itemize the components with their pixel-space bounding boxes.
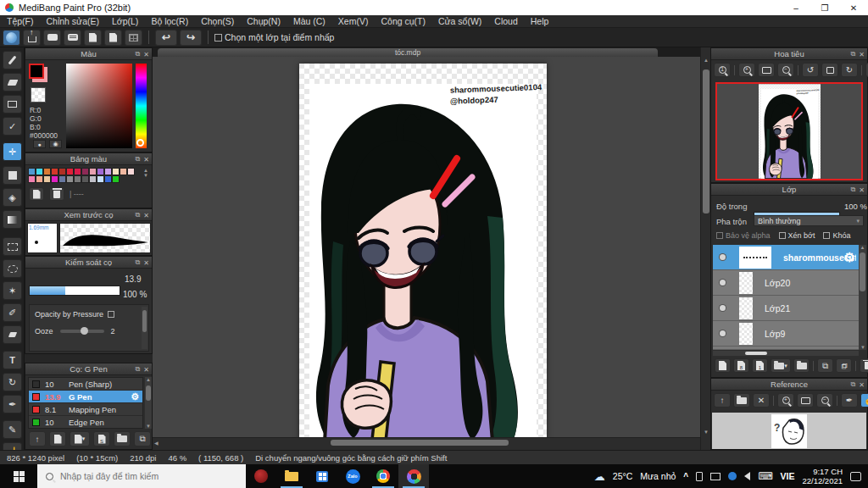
color-picker-button[interactable]: ◉ <box>49 140 62 148</box>
brush-row-selected[interactable]: 13.9 G Pen ⚙ <box>29 391 142 403</box>
layer-row-partial[interactable] <box>713 347 859 350</box>
rotate-view-tool[interactable]: ↻ <box>3 373 22 391</box>
brush-row[interactable]: 10 Edge Pen <box>29 416 142 429</box>
search-input[interactable] <box>60 471 221 481</box>
menu-help[interactable]: Help <box>531 16 549 26</box>
reference-view[interactable] <box>712 413 866 449</box>
snap-tool[interactable]: ✒ <box>3 395 22 413</box>
rotate-left-button[interactable]: ↺ <box>802 63 819 77</box>
palette-swatch[interactable] <box>58 175 66 183</box>
popout-icon[interactable]: ⧉ <box>136 211 141 219</box>
menu-cloud[interactable]: Cloud <box>494 16 517 26</box>
undo-button[interactable]: ↩ <box>155 30 177 46</box>
document-settings-button[interactable] <box>104 30 122 46</box>
new-1bit-layer-button[interactable]: 1 <box>752 358 768 373</box>
blend-dropdown[interactable]: Bình thường ▾ <box>754 215 864 226</box>
reset-view-button[interactable] <box>821 63 838 77</box>
scroll-left-icon[interactable]: ◀ <box>154 440 159 446</box>
ooze-handle[interactable] <box>81 327 88 335</box>
navigator-view[interactable] <box>715 82 863 180</box>
brush-upload-button[interactable]: ↑ <box>29 431 46 446</box>
palette-swatch[interactable] <box>28 175 36 183</box>
taskbar-search[interactable] <box>37 464 246 488</box>
palette-swatch[interactable] <box>28 168 36 175</box>
layer-row-selected[interactable]: sharommousecutie0104 ⚙ <box>713 245 859 270</box>
popout-icon[interactable]: ⧉ <box>136 365 141 374</box>
brush-duplicate-button[interactable]: ⧉ <box>134 431 151 446</box>
reference-clear-button[interactable]: ✕ <box>753 393 770 408</box>
add-palette-button[interactable] <box>29 187 44 201</box>
layer-row[interactable]: Lớp21 <box>713 296 859 321</box>
taskbar-file-explorer[interactable] <box>276 464 307 488</box>
menu-cua-so[interactable]: Cửa sổ(W) <box>438 16 481 26</box>
hscroll-thumb[interactable] <box>745 352 767 355</box>
transparent-color-swatch[interactable] <box>31 87 46 103</box>
lasso-tool[interactable] <box>3 259 22 278</box>
canvas-artwork[interactable] <box>299 64 547 437</box>
vscroll-thumb[interactable] <box>703 69 709 214</box>
layer-visibility-dot[interactable] <box>720 280 726 286</box>
new-layer-button[interactable] <box>715 358 731 373</box>
scroll-up-icon[interactable]: ▲ <box>859 245 866 250</box>
reference-zoom-out-button[interactable]: − <box>816 393 833 408</box>
taskbar-chrome[interactable] <box>368 464 398 488</box>
clock[interactable]: 9:17 CH 22/12/2021 <box>802 467 843 485</box>
layer-hscrollbar[interactable] <box>713 351 859 356</box>
text-tool[interactable]: T <box>3 351 22 369</box>
cloud-paint-button[interactable] <box>3 30 20 46</box>
palette-swatch[interactable] <box>104 175 112 183</box>
palette-swatch[interactable] <box>89 175 97 183</box>
palette-swatch[interactable] <box>36 175 43 183</box>
hue-slider[interactable] <box>136 64 147 148</box>
scroll-up-icon[interactable]: ▲ <box>704 58 709 63</box>
palette-swatch[interactable] <box>36 168 43 175</box>
palette-swatch[interactable] <box>66 175 74 183</box>
scroll-thumb[interactable] <box>860 252 865 291</box>
speaker-icon[interactable] <box>744 472 750 480</box>
layer-scrollbar[interactable]: ▲ ▼ <box>859 245 866 350</box>
select-pen-tool[interactable]: ✐ <box>3 303 22 322</box>
weather-desc[interactable]: Mưa nhỏ <box>640 471 676 481</box>
popout-icon[interactable]: ⧉ <box>136 258 141 267</box>
menu-cong-cu[interactable]: Công cụ(T) <box>381 16 426 26</box>
palette-swatch[interactable] <box>112 175 120 183</box>
marquee-select-tool[interactable] <box>3 237 22 256</box>
palette-swatch[interactable] <box>66 168 74 175</box>
layer-visibility-dot[interactable] <box>720 305 726 311</box>
palette-swatch[interactable] <box>81 175 89 183</box>
scroll-down-icon[interactable]: ▼ <box>704 430 709 435</box>
brush-list-scrollbar[interactable]: ▲ ▼ <box>145 377 152 429</box>
menu-tep[interactable]: Tệp(F) <box>7 16 34 26</box>
tray-chevron-icon[interactable]: ^ <box>683 472 688 481</box>
canvas-hscrollbar[interactable]: ◀ <box>153 437 700 446</box>
clipping-checkbox[interactable] <box>779 232 786 239</box>
brush-add-dropdown-button[interactable]: ▾ <box>70 431 90 446</box>
gradient-tool[interactable] <box>3 210 22 229</box>
network-icon[interactable] <box>710 473 721 480</box>
duplicate-layer-button[interactable]: ⧉ <box>817 358 833 373</box>
layer-row[interactable]: Lớp20 <box>713 270 859 296</box>
palette-swatch[interactable] <box>120 168 127 175</box>
comment-list-button[interactable] <box>64 30 81 46</box>
eraser-tool[interactable] <box>3 73 22 92</box>
minimize-button[interactable]: – <box>782 0 810 15</box>
close-icon[interactable]: ✕ <box>143 51 149 58</box>
clipping-option[interactable]: Xén bớt <box>779 231 815 240</box>
options-scrollbar[interactable] <box>142 307 147 349</box>
upload-button[interactable] <box>23 30 41 46</box>
reference-hand-button[interactable]: ☝ <box>860 393 868 408</box>
taskbar-medibang[interactable] <box>398 464 429 488</box>
polyline-tool[interactable]: ✓ <box>3 117 22 136</box>
brush-row[interactable]: 8.1 Mapping Pen <box>29 403 142 416</box>
menu-chinh-sua[interactable]: Chỉnh sửa(E) <box>47 16 99 26</box>
weather-temp[interactable]: 25°C <box>613 471 632 481</box>
popout-icon[interactable]: ⧉ <box>851 380 856 389</box>
menu-chup[interactable]: Chụp(N) <box>247 16 281 26</box>
palette-swatch[interactable] <box>51 168 58 175</box>
close-icon[interactable]: ✕ <box>859 186 865 194</box>
taskbar-zalo[interactable]: Zalo <box>337 464 368 488</box>
canvas-viewport[interactable] <box>153 57 700 437</box>
close-icon[interactable]: ✕ <box>859 51 865 58</box>
close-icon[interactable]: ✕ <box>143 212 149 219</box>
comment-button[interactable] <box>43 30 61 46</box>
